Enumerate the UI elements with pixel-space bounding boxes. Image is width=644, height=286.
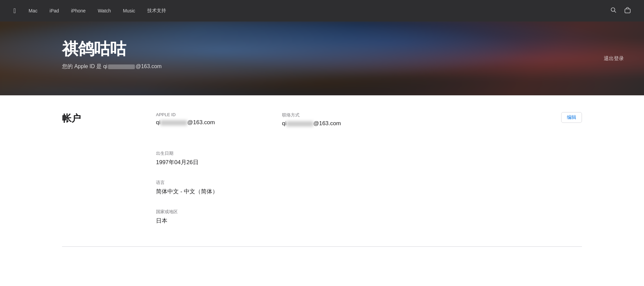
nav-bar:  Mac iPad iPhone Watch Music 技术支持	[0, 0, 644, 21]
apple-id-field: APPLE ID qixxxxxxxx@163.com	[156, 112, 215, 127]
language-value: 简体中文 - 中文（简体）	[156, 188, 582, 195]
nav-iphone-link[interactable]: iPhone	[65, 0, 92, 21]
nav-links: Mac iPad iPhone Watch Music 技术支持	[22, 0, 172, 21]
country-value: 日本	[156, 217, 582, 225]
language-field: 语言 简体中文 - 中文（简体）	[156, 180, 582, 195]
nav-left:  Mac iPad iPhone Watch Music 技术支持	[13, 0, 172, 21]
apple-id-label: APPLE ID	[156, 112, 215, 117]
search-icon[interactable]	[610, 7, 616, 15]
edit-button[interactable]: 编辑	[561, 112, 582, 123]
contact-blur: xxxxxxxx	[286, 121, 313, 127]
apple-id-redacted	[108, 64, 135, 69]
country-field: 国家或地区 日本	[156, 209, 582, 225]
section-title-col: 帐户	[62, 112, 156, 246]
apple-logo-icon[interactable]: 	[13, 7, 16, 15]
nav-support-link[interactable]: 技术支持	[141, 0, 172, 21]
hero-apple-id-text: 您的 Apple ID 是 qi@163.com	[62, 63, 644, 70]
account-top-row: APPLE ID qixxxxxxxx@163.com 联络方式 qixxxxx…	[156, 112, 582, 140]
apple-id-blur: xxxxxxxx	[160, 120, 187, 126]
hero-section: 祺鸽咕咕 您的 Apple ID 是 qi@163.com 退出登录	[0, 21, 644, 95]
birthday-field: 出生日期 1997年04月26日	[156, 150, 582, 166]
nav-mac-link[interactable]: Mac	[22, 0, 43, 21]
hero-content: 祺鸽咕咕 您的 Apple ID 是 qi@163.com	[0, 21, 644, 70]
logout-button[interactable]: 退出登录	[604, 55, 624, 62]
section-divider	[62, 246, 582, 247]
svg-line-1	[614, 11, 616, 12]
nav-ipad-link[interactable]: iPad	[44, 0, 65, 21]
contact-label: 联络方式	[282, 112, 341, 118]
birthday-value: 1997年04月26日	[156, 158, 582, 166]
language-label: 语言	[156, 180, 582, 186]
nav-right	[610, 7, 631, 15]
account-section: 帐户 APPLE ID qixxxxxxxx@163.com 联络方式 qixx…	[0, 112, 644, 246]
contact-value: qixxxxxxxx@163.com	[282, 120, 341, 127]
contact-field: 联络方式 qixxxxxxxx@163.com	[282, 112, 341, 127]
account-fields: APPLE ID qixxxxxxxx@163.com 联络方式 qixxxxx…	[156, 112, 582, 246]
apple-id-value: qixxxxxxxx@163.com	[156, 119, 215, 126]
country-label: 国家或地区	[156, 209, 582, 215]
account-section-title: 帐户	[62, 112, 156, 125]
user-name: 祺鸽咕咕	[62, 38, 644, 60]
birthday-label: 出生日期	[156, 150, 582, 156]
nav-music-link[interactable]: Music	[117, 0, 142, 21]
account-top-fields: APPLE ID qixxxxxxxx@163.com 联络方式 qixxxxx…	[156, 112, 341, 140]
bag-icon[interactable]	[625, 7, 631, 15]
main-content: 帐户 APPLE ID qixxxxxxxx@163.com 联络方式 qixx…	[0, 95, 644, 264]
nav-watch-link[interactable]: Watch	[92, 0, 117, 21]
svg-rect-2	[625, 9, 630, 13]
